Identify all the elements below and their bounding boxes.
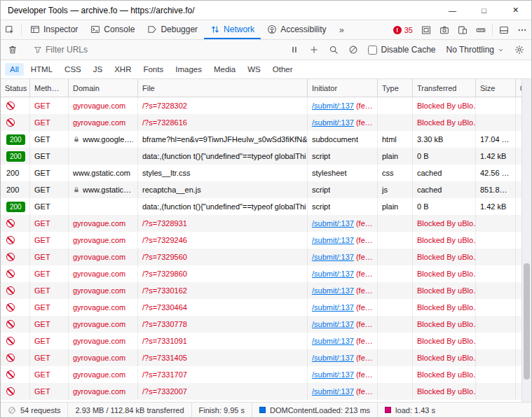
meatball-menu-icon <box>517 25 527 35</box>
domain-cell: gyrovague.com <box>69 333 138 349</box>
initiator-link[interactable]: /submit/:137 <box>312 253 354 261</box>
initiator-link[interactable]: /submit/:137 <box>312 102 354 110</box>
search-button[interactable] <box>325 45 343 55</box>
request-row[interactable]: GETgyrovague.com/?s=7331405/submit/:137(… <box>1 349 523 366</box>
minimize-button[interactable]: — <box>437 1 468 20</box>
type-filter-js[interactable]: JS <box>88 63 107 76</box>
tab-network[interactable]: Network <box>204 20 261 39</box>
initiator-link[interactable]: /submit/:137 <box>312 286 354 295</box>
initiator-link[interactable]: /submit/:137 <box>312 118 354 127</box>
column-header-domain[interactable]: Domain <box>69 79 138 97</box>
initiator-text: stylesheet <box>312 169 347 177</box>
file-cell: /?s=7329860 <box>138 265 308 282</box>
request-row[interactable]: GETgyrovague.com/?s=7330778/submit/:137(… <box>1 316 523 333</box>
type-filter-xhr[interactable]: XHR <box>109 63 136 76</box>
request-row[interactable]: GETgyrovague.com/?s=7328931/submit/:137(… <box>1 215 523 232</box>
status-cell: 200 <box>1 148 30 165</box>
column-header-status[interactable]: Status <box>1 79 30 97</box>
type-filter-media[interactable]: Media <box>209 63 240 76</box>
filter-urls-field[interactable] <box>29 42 261 57</box>
request-row[interactable]: GETgyrovague.com/?s=7332007/submit/:137(… <box>1 383 523 400</box>
close-button[interactable]: ✕ <box>500 1 531 20</box>
initiator-link[interactable]: /submit/:137 <box>312 303 354 312</box>
type-filter-css[interactable]: CSS <box>60 63 86 76</box>
request-row[interactable]: GETgyrovague.com/?s=7331707/submit/:137(… <box>1 366 523 383</box>
initiator-cell: /submit/:137(fe… <box>308 265 378 282</box>
screenshot-button[interactable] <box>435 20 453 39</box>
initiator-link[interactable]: /submit/:137 <box>312 236 354 244</box>
tab-console[interactable]: Console <box>84 20 141 39</box>
request-row[interactable]: GETgyrovague.com/?s=7328302/submit/:137(… <box>1 97 523 114</box>
select-iframe-button[interactable] <box>417 20 435 39</box>
request-blocking-button[interactable] <box>344 45 362 55</box>
request-row[interactable]: 200GETwww.gstatic.comstyles__ltr.cssstyl… <box>1 165 523 181</box>
tab-debugger[interactable]: Debugger <box>141 20 204 39</box>
initiator-link[interactable]: /submit/:137 <box>312 370 354 379</box>
initiator-text: (fe… <box>356 303 373 312</box>
initiator-link[interactable]: /submit/:137 <box>312 387 354 396</box>
domcontentloaded-chip <box>259 407 266 413</box>
more-tabs-button[interactable]: » <box>332 20 350 39</box>
console-icon <box>90 25 100 34</box>
column-header-size[interactable]: Size <box>476 79 516 97</box>
blocked-icon <box>6 354 15 362</box>
initiator-link[interactable]: /submit/:137 <box>312 354 354 362</box>
pick-element-button[interactable] <box>1 20 19 39</box>
maximize-button[interactable]: □ <box>468 1 500 20</box>
responsive-mode-button[interactable] <box>453 20 472 39</box>
request-row[interactable]: GETgyrovague.com/?s=7331091/submit/:137(… <box>1 333 523 349</box>
measure-button[interactable] <box>472 20 490 39</box>
initiator-text: (fe… <box>356 320 373 328</box>
new-request-button[interactable] <box>305 45 323 55</box>
domain-text: www.gstatic… <box>83 186 131 194</box>
type-filter-images[interactable]: Images <box>170 63 207 76</box>
size-cell <box>476 97 516 114</box>
request-row[interactable]: GETgyrovague.com/?s=7330162/submit/:137(… <box>1 282 523 299</box>
dock-button[interactable] <box>495 20 513 39</box>
request-row[interactable]: GETgyrovague.com/?s=7329860/submit/:137(… <box>1 265 523 282</box>
initiator-link[interactable]: /submit/:137 <box>312 337 354 345</box>
initiator-link[interactable]: /submit/:137 <box>312 270 354 278</box>
request-row[interactable]: GETgyrovague.com/?s=7330464/submit/:137(… <box>1 299 523 316</box>
initiator-link[interactable]: /submit/:137 <box>312 219 354 228</box>
filter-urls-input[interactable] <box>46 45 257 55</box>
column-header-meth[interactable]: Meth… <box>30 79 69 97</box>
network-settings-button[interactable] <box>510 45 528 55</box>
tab-inspector[interactable]: Inspector <box>24 20 84 39</box>
status-cell <box>1 299 30 316</box>
camera-icon <box>439 25 449 35</box>
pause-log-button[interactable] <box>285 45 303 55</box>
column-header-transferred[interactable]: Transferred <box>413 79 476 97</box>
type-cell <box>378 349 413 366</box>
file-cell: /?s=7330464 <box>138 299 308 316</box>
disable-cache-checkbox[interactable] <box>368 46 377 55</box>
type-filter-fonts[interactable]: Fonts <box>138 63 168 76</box>
request-row[interactable]: GETgyrovague.com/?s=7328616/submit/:137(… <box>1 114 523 131</box>
scrollbar-thumb[interactable] <box>524 263 530 379</box>
type-filter-html[interactable]: HTML <box>26 63 57 76</box>
type-filter-all[interactable]: All <box>5 63 24 76</box>
request-row[interactable]: 200GETdata:,(function t(){"undefined"==t… <box>1 198 523 215</box>
vertical-scrollbar[interactable] <box>521 79 531 402</box>
request-row[interactable]: 200GETdata:,(function t(){"undefined"==t… <box>1 148 523 165</box>
pick-element-icon <box>5 25 15 35</box>
request-row[interactable]: 200GETwww.google….bframe?hl=en&v=9TiwnJF… <box>1 131 523 148</box>
column-header-initiator[interactable]: Initiator <box>308 79 378 97</box>
meatball-menu-button[interactable] <box>513 20 531 39</box>
request-row[interactable]: GETgyrovague.com/?s=7329246/submit/:137(… <box>1 232 523 249</box>
type-cell <box>378 232 413 249</box>
clear-requests-button[interactable] <box>4 45 22 55</box>
column-header-type[interactable]: Type <box>378 79 413 97</box>
transferred-cell: 3.30 kB <box>413 131 476 148</box>
request-row[interactable]: 200GETwww.gstatic…recaptcha__en.jsscript… <box>1 181 523 198</box>
request-row[interactable]: GETgyrovague.com/?s=7329560/submit/:137(… <box>1 249 523 265</box>
type-filter-ws[interactable]: WS <box>243 63 266 76</box>
column-header-file[interactable]: File <box>138 79 308 97</box>
throttling-dropdown[interactable]: No Throttling <box>442 45 509 55</box>
type-cell: plain <box>378 148 413 165</box>
type-filter-other[interactable]: Other <box>268 63 298 76</box>
tab-accessibility[interactable]: Accessibility <box>261 20 332 39</box>
initiator-link[interactable]: /submit/:137 <box>312 320 354 328</box>
error-count-badge[interactable]: ! 35 <box>389 20 417 39</box>
blocked-icon <box>6 253 15 261</box>
